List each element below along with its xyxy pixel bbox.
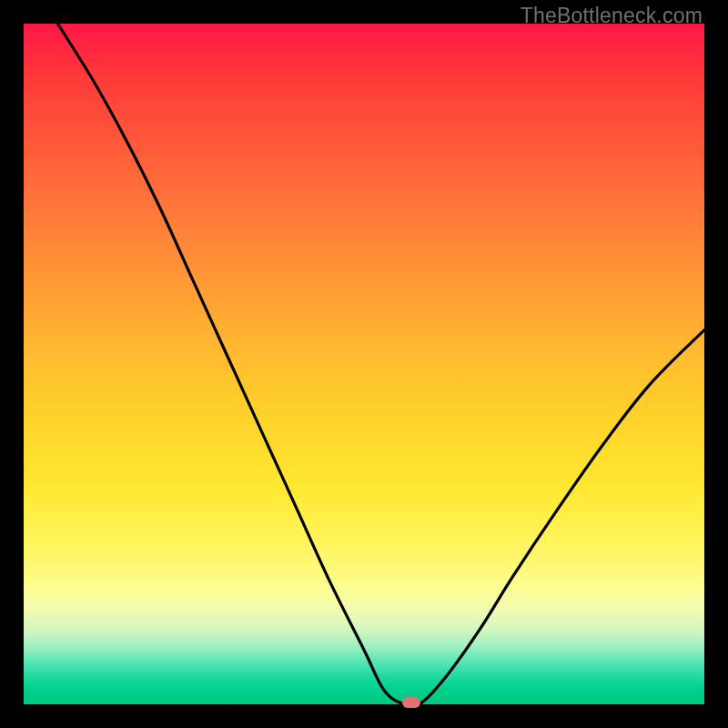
min-marker <box>402 697 420 708</box>
bottleneck-curve-path <box>57 24 704 704</box>
chart-frame: TheBottleneck.com <box>0 0 728 728</box>
curve-svg <box>24 24 704 704</box>
plot-area <box>24 24 704 704</box>
